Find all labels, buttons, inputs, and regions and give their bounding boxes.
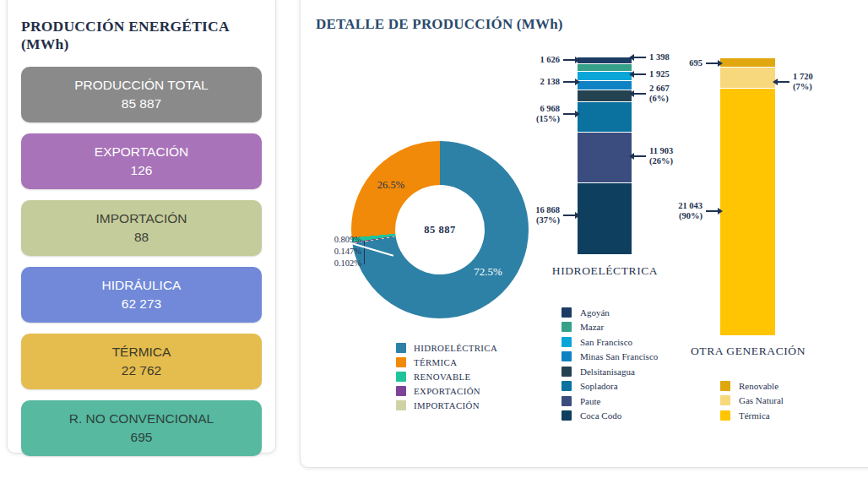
arrow-icon bbox=[633, 73, 646, 75]
bar-callout: 2 667(6%) bbox=[633, 84, 670, 104]
legend-item: Térmica bbox=[720, 408, 784, 423]
legend-label: Térmica bbox=[739, 410, 770, 421]
legend-item: RENOVABLE bbox=[396, 369, 497, 383]
energy-dashboard-page: PRODUCCIÓN ENERGÉTICA (MWh) PRODUCCIÓN T… bbox=[0, 0, 868, 478]
legend-swatch-icon bbox=[396, 357, 406, 367]
bar-callout: 1 925 bbox=[633, 69, 670, 79]
arrow-icon bbox=[563, 113, 576, 115]
legend-label: TÉRMICA bbox=[414, 357, 457, 367]
legend-swatch-icon bbox=[561, 307, 572, 318]
bar-segment[interactable] bbox=[578, 63, 632, 71]
callout-value: 1 626 bbox=[540, 55, 560, 65]
arrow-icon bbox=[563, 59, 576, 61]
bar-segment[interactable] bbox=[720, 67, 775, 88]
hydro-axis-label: HIDROELÉCTRICA bbox=[527, 264, 683, 277]
kpi-label: TÉRMICA bbox=[112, 343, 171, 361]
donut-label-exportacion: 0.147% bbox=[309, 246, 361, 258]
label-bracket-line bbox=[364, 241, 365, 264]
legend-swatch-icon bbox=[720, 381, 730, 391]
bar-callout: 695 bbox=[636, 58, 719, 68]
legend-label: Agoyán bbox=[580, 307, 610, 318]
kpi-value: 62 273 bbox=[122, 295, 161, 313]
callout-value: 1 720(7%) bbox=[793, 72, 813, 92]
legend-swatch-icon bbox=[561, 351, 572, 361]
legend-swatch-icon bbox=[561, 381, 572, 391]
bar-callout: 21 043(90%) bbox=[636, 201, 719, 221]
legend-label: Paute bbox=[580, 396, 600, 406]
arrow-icon bbox=[563, 81, 576, 83]
hydro-legend: AgoyánMazarSan FranciscoMinas San Franci… bbox=[561, 305, 658, 423]
callout-value: 695 bbox=[689, 58, 703, 68]
legend-swatch-icon bbox=[396, 386, 406, 396]
legend-label: Coca Codo bbox=[580, 410, 621, 421]
legend-item: TÉRMICA bbox=[396, 355, 497, 369]
donut-label-importacion: 0.102% bbox=[309, 258, 361, 269]
donut-legend: HIDROELÉCTRICATÉRMICARENOVABLEEXPORTACIÓ… bbox=[396, 340, 497, 413]
hydro-stacked-bar bbox=[578, 57, 632, 254]
kpi-card-exportacion[interactable]: EXPORTACIÓN 126 bbox=[21, 133, 262, 189]
production-detail-panel: DETALLE DE PRODUCCIÓN (MWh) 85 887 26.5%… bbox=[300, 0, 868, 468]
legend-item: HIDROELÉCTRICA bbox=[396, 340, 497, 355]
legend-item: Agoyán bbox=[561, 305, 658, 320]
kpi-card-hidraulica[interactable]: HIDRÁULICA 62 273 bbox=[21, 267, 262, 323]
bar-segment[interactable] bbox=[578, 182, 632, 254]
bar-segment[interactable] bbox=[578, 71, 632, 80]
other-generation-legend: RenovableGas NaturalTérmica bbox=[720, 378, 784, 423]
legend-item: Gas Natural bbox=[720, 394, 784, 409]
donut-label-hidroelectrica: 72.5% bbox=[463, 266, 513, 278]
arrow-icon bbox=[633, 93, 646, 95]
legend-item: Sopladora bbox=[561, 379, 658, 394]
other-generation-stacked-bar bbox=[720, 58, 775, 335]
donut-small-labels: 0.809% 0.147% 0.102% bbox=[309, 234, 361, 269]
legend-item: EXPORTACIÓN bbox=[396, 384, 497, 399]
legend-swatch-icon bbox=[720, 395, 730, 405]
legend-label: IMPORTACIÓN bbox=[414, 400, 480, 410]
kpi-value: 22 762 bbox=[122, 361, 161, 380]
legend-label: RENOVABLE bbox=[414, 372, 471, 382]
bar-callout: 1 626 bbox=[493, 55, 576, 65]
kpi-card-importacion[interactable]: IMPORTACIÓN 88 bbox=[21, 200, 262, 256]
callout-value: 2 138 bbox=[540, 77, 560, 87]
kpi-card-r-no-convencional[interactable]: R. NO CONVENCIONAL 695 bbox=[21, 400, 262, 456]
bar-segment[interactable] bbox=[720, 58, 775, 67]
kpi-label: IMPORTACIÓN bbox=[96, 209, 187, 228]
legend-item: IMPORTACIÓN bbox=[396, 399, 497, 413]
kpi-label: EXPORTACIÓN bbox=[95, 143, 188, 161]
legend-label: Gas Natural bbox=[739, 395, 784, 405]
kpi-value: 126 bbox=[131, 161, 153, 180]
legend-label: Sopladora bbox=[580, 381, 618, 391]
callout-value: 1 925 bbox=[649, 69, 670, 79]
legend-swatch-icon bbox=[561, 322, 572, 332]
production-summary-panel: PRODUCCIÓN ENERGÉTICA (MWh) PRODUCCIÓN T… bbox=[7, 0, 276, 454]
legend-label: San Francisco bbox=[580, 337, 632, 347]
legend-label: Minas San Francisco bbox=[580, 351, 658, 361]
kpi-value: 85 887 bbox=[122, 95, 161, 113]
donut-center-total: 85 887 bbox=[351, 141, 529, 318]
bar-segment[interactable] bbox=[578, 90, 632, 101]
bar-segment[interactable] bbox=[578, 80, 632, 90]
arrow-icon bbox=[563, 215, 576, 216]
bar-segment[interactable] bbox=[578, 132, 632, 182]
legend-label: Renovable bbox=[739, 381, 778, 391]
legend-swatch-icon bbox=[561, 396, 572, 406]
callout-value: 2 667(6%) bbox=[649, 84, 670, 104]
bar-segment[interactable] bbox=[578, 101, 632, 132]
arrow-icon bbox=[706, 210, 719, 212]
legend-swatch-icon bbox=[561, 337, 572, 347]
legend-label: HIDROELÉCTRICA bbox=[414, 343, 497, 353]
bar-segment[interactable] bbox=[578, 57, 632, 63]
right-panel-title: DETALLE DE PRODUCCIÓN (MWh) bbox=[316, 16, 563, 33]
legend-item: Paute bbox=[561, 394, 658, 409]
legend-label: Mazar bbox=[580, 322, 604, 332]
legend-swatch-icon bbox=[396, 343, 406, 353]
kpi-card-produccion-total[interactable]: PRODUCCIÓN TOTAL 85 887 bbox=[21, 67, 262, 122]
kpi-label: PRODUCCIÓN TOTAL bbox=[74, 76, 208, 95]
legend-swatch-icon bbox=[720, 410, 730, 421]
legend-item: San Francisco bbox=[561, 334, 658, 350]
kpi-card-termica[interactable]: TÉRMICA 22 762 bbox=[21, 334, 262, 389]
kpi-label: HIDRÁULICA bbox=[102, 276, 182, 295]
legend-label: EXPORTACIÓN bbox=[414, 386, 480, 396]
legend-swatch-icon bbox=[396, 372, 406, 382]
bar-segment[interactable] bbox=[720, 88, 775, 335]
kpi-value: 695 bbox=[131, 428, 153, 447]
